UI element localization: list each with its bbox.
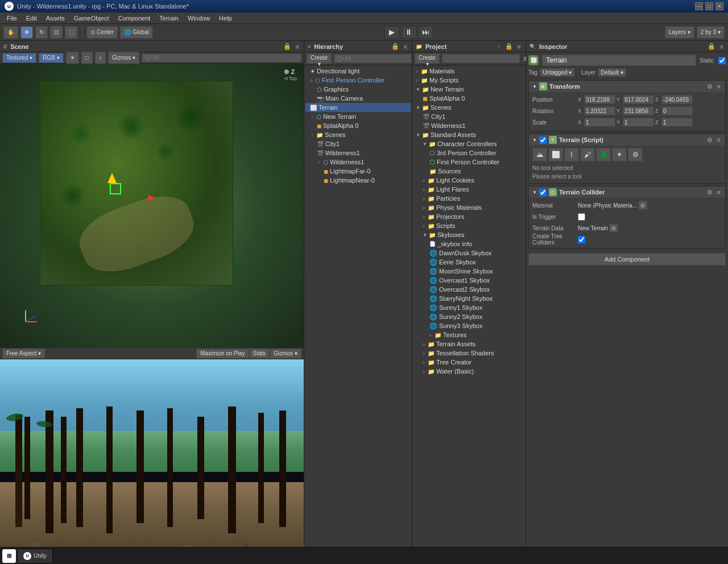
proj-overcast1[interactable]: 🌐 Overcast1 Skybox (413, 276, 524, 285)
proj-city1[interactable]: 🎬 City1 (413, 112, 524, 121)
hierarchy-search[interactable] (334, 54, 412, 63)
menu-edit[interactable]: Edit (22, 13, 42, 24)
proj-sources[interactable]: 📁 Sources (413, 167, 524, 176)
object-name-input[interactable] (542, 55, 696, 66)
proj-overcast2[interactable]: 🌐 Overcast2 Skybox (413, 285, 524, 294)
pause-button[interactable]: ⏸ (402, 26, 416, 39)
create-tree-checkbox[interactable] (578, 236, 585, 243)
proj-tessellation[interactable]: ▶ 📁 Tessellation Shaders (413, 349, 524, 358)
menu-component[interactable]: Component (113, 13, 155, 24)
proj-physic-materials[interactable]: ▶ 📁 Physic Materials (413, 203, 524, 212)
scale-y-input[interactable] (623, 118, 654, 127)
hierarchy-menu[interactable]: ≡ (403, 43, 408, 50)
hier-graphics[interactable]: ⬡ Graphics (305, 85, 411, 94)
project-menu[interactable]: ≡ (516, 43, 522, 50)
inspector-menu[interactable]: ≡ (719, 43, 725, 50)
transform-header[interactable]: ▼ ⊞ Transform ⚙ ≡ (529, 81, 725, 92)
proj-water[interactable]: ▶ 📁 Water (Basic) (413, 367, 524, 376)
taskbar-unity[interactable]: U Unity (18, 550, 52, 562)
hier-main-camera[interactable]: 📷 Main Camera (305, 94, 411, 103)
terrain-script-enable[interactable] (539, 136, 547, 144)
layer-dropdown[interactable]: Default ▾ (598, 68, 626, 77)
game-maximize-btn[interactable]: Maximize on Play (196, 349, 249, 359)
terrain-paint-details-btn[interactable]: ✦ (612, 148, 627, 161)
static-checkbox[interactable] (718, 57, 726, 64)
proj-wilderness1[interactable]: 🎬 Wilderness1 (413, 121, 524, 130)
transform-menu[interactable]: ≡ (716, 83, 722, 90)
proj-standard-assets[interactable]: ▼ 📁 Standard Assets (413, 130, 524, 139)
project-lock[interactable]: 🔒 (504, 43, 514, 50)
tool-scale[interactable]: ⊡ (50, 26, 63, 39)
layers-dropdown[interactable]: Layers ▾ (665, 26, 694, 39)
scale-x-input[interactable] (584, 118, 615, 127)
hier-wilderness1-scene[interactable]: 🎬 Wilderness1 (305, 148, 411, 157)
scene-textured-btn[interactable]: Textured ▾ (2, 53, 36, 63)
start-btn[interactable]: ⊞ (2, 549, 16, 563)
proj-my-scripts[interactable]: ▶ 📁 My Scripts (413, 76, 524, 85)
terrain-collider-header[interactable]: ▼ C Terrain Collider ⚙ ≡ (529, 186, 725, 198)
is-trigger-checkbox[interactable] (578, 213, 585, 221)
proj-sunny1[interactable]: 🌐 Sunny1 Skybox (413, 303, 524, 312)
proj-starrynight[interactable]: 🌐 StarryNight Skybox (413, 294, 524, 303)
proj-light-flares[interactable]: ▶ 📁 Light Flares (413, 185, 524, 194)
proj-dawndusk[interactable]: 🌐 DawnDusk Skybox (413, 248, 524, 258)
game-aspect-btn[interactable]: Free Aspect ▾ (2, 349, 45, 359)
proj-scripts[interactable]: ▶ 📁 Scripts (413, 221, 524, 230)
proj-char-controllers[interactable]: ▼ 📁 Character Controllers (413, 139, 524, 148)
scene-audio-btn[interactable]: ♪ (95, 52, 106, 64)
collider-settings[interactable]: ⚙ (706, 189, 714, 196)
maximize-button[interactable]: □ (705, 2, 713, 10)
proj-particles[interactable]: ▶ 📁 Particles (413, 194, 524, 203)
proj-terrain-assets[interactable]: ▶ 📁 Terrain Assets (413, 339, 524, 349)
pos-z-input[interactable] (661, 95, 693, 104)
tool-hand[interactable]: ✋ (3, 26, 18, 39)
terrain-place-trees-btn[interactable]: 🌲 (596, 148, 611, 161)
terrain-script-header[interactable]: ▼ T Terrain (Script) ⚙ ≡ (529, 134, 725, 146)
hier-first-person-controller[interactable]: ▶ ⬡ First Person Controller (305, 76, 411, 85)
transform-settings[interactable]: ⚙ (706, 83, 714, 90)
tool-move[interactable]: ✥ (20, 26, 33, 39)
scene-view[interactable]: ⊕ Z ⊲Top (0, 64, 304, 348)
tag-dropdown[interactable]: Untagged ▾ (540, 68, 574, 77)
hierarchy-lock[interactable]: 🔒 (390, 43, 400, 50)
add-component-button[interactable]: Add Component (528, 253, 726, 266)
scene-search[interactable] (142, 53, 301, 63)
proj-textures-sub[interactable]: ▶ 📁 Textures (413, 330, 524, 339)
hier-lightmap-near[interactable]: ◼ LightmapNear-0 (305, 176, 411, 185)
scene-2d-btn[interactable]: □ (81, 52, 93, 64)
hier-city1[interactable]: 🎬 City1 (305, 139, 411, 148)
pivot-toggle[interactable]: ⊙Center (86, 26, 118, 39)
proj-scenes[interactable]: ▼ 📁 Scenes (413, 103, 524, 112)
scale-z-input[interactable] (661, 118, 693, 127)
hier-new-terrain[interactable]: ▼ ⬡ New Terrain (305, 112, 411, 121)
rot-z-input[interactable] (661, 106, 693, 115)
hier-lightmap-far[interactable]: ◼ LightmapFar-0 (305, 167, 411, 176)
scene-lighting-btn[interactable]: ☀ (66, 52, 79, 64)
hier-terrain[interactable]: ⬜ Terrain (305, 103, 411, 112)
menu-terrain[interactable]: Terrain (155, 13, 183, 24)
tool-rotate[interactable]: ↻ (35, 26, 48, 39)
inspector-lock[interactable]: 🔒 (706, 43, 717, 50)
project-upload[interactable]: ↑ (496, 43, 502, 50)
rot-x-input[interactable] (584, 106, 615, 115)
pos-x-input[interactable] (584, 95, 615, 104)
menu-help[interactable]: Help (214, 13, 237, 24)
terrain-script-menu[interactable]: ≡ (716, 136, 722, 144)
terrain-paint-texture-btn[interactable]: 🖌 (580, 148, 595, 161)
menu-window[interactable]: Window (183, 13, 214, 24)
play-button[interactable]: ▶ (384, 26, 399, 39)
game-gizmos-btn[interactable]: Gizmos ▾ (270, 349, 301, 359)
proj-eerie[interactable]: 🌐 Eerie Skybox (413, 258, 524, 267)
terrain-script-settings[interactable]: ⚙ (706, 136, 714, 144)
proj-splat-alpha[interactable]: ◼ SplatAlpha 0 (413, 94, 524, 103)
pos-y-input[interactable] (623, 95, 654, 104)
space-toggle[interactable]: 🌐Global (120, 26, 153, 39)
proj-3rd-person[interactable]: ⬡ 3rd Person Controller (413, 148, 524, 157)
scene-rgb-btn[interactable]: RGB ▾ (39, 53, 63, 63)
close-button[interactable]: ✕ (715, 2, 723, 10)
terrain-raise-btn[interactable]: ⛰ (532, 148, 547, 161)
hier-directional-light[interactable]: ☀ Directional light (305, 67, 411, 76)
proj-skyboxes[interactable]: ▼ 📁 Skyboxes (413, 230, 524, 239)
menu-assets[interactable]: Assets (42, 13, 69, 24)
menu-file[interactable]: File (2, 13, 22, 24)
